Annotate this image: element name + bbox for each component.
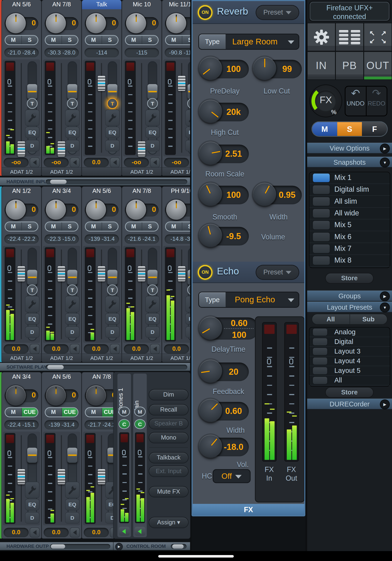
msf-m-button[interactable]: M (312, 122, 337, 136)
mute-button[interactable]: M (86, 36, 101, 44)
routing-target[interactable]: ADAT 1/2 (2, 354, 41, 362)
snapshot-row[interactable]: Digital slim (309, 184, 390, 196)
channel-name[interactable]: AN 5/6 (2, 0, 41, 9)
eq-button[interactable]: EQ (186, 313, 190, 324)
fader-handle[interactable] (107, 448, 113, 463)
dynamics-button[interactable]: D (65, 512, 79, 523)
snapshot-select-button[interactable] (313, 256, 330, 265)
pan-knob[interactable] (166, 200, 186, 220)
snapshot-row[interactable]: Mix 5 (309, 219, 390, 231)
layout-select-button[interactable] (313, 338, 327, 345)
channel-name[interactable]: Talk (82, 0, 121, 9)
channel-collapse-button[interactable] (150, 158, 160, 167)
section-scrollbar[interactable] (50, 544, 110, 549)
hc-select[interactable]: Off (213, 470, 250, 482)
section-scrollbar[interactable] (46, 179, 187, 184)
layout-preset-name[interactable]: All (334, 377, 342, 385)
channel-layout-button[interactable] (335, 23, 364, 51)
solo-button[interactable]: S (101, 222, 118, 231)
fader-handle[interactable] (187, 84, 190, 99)
layout-preset-name[interactable]: Layout 3 (334, 347, 360, 356)
collapse-down-icon[interactable]: ▼ (381, 158, 389, 167)
routing-target[interactable]: ADAT 1/2 (82, 354, 121, 362)
msf-s-button[interactable]: S (337, 122, 362, 136)
fader-handle[interactable] (67, 270, 77, 285)
strip-collapse-button[interactable] (119, 527, 130, 536)
expand-right-icon[interactable]: ▶ (381, 292, 389, 301)
channel-settings-button[interactable] (146, 296, 159, 312)
reverb-room-scale-knob[interactable] (199, 142, 222, 164)
channel-settings-button[interactable] (146, 110, 159, 126)
fx-percent-knob[interactable]: FX % (310, 85, 341, 117)
reverb-volume-knob[interactable] (199, 224, 222, 247)
eq-button[interactable]: EQ (65, 127, 79, 138)
eq-button[interactable]: EQ (25, 127, 39, 138)
scrollbar-handle[interactable] (47, 365, 64, 369)
mute-button[interactable]: M (134, 406, 146, 417)
channel-name[interactable]: Mic 11/12 (162, 0, 190, 9)
snapshot-select-button[interactable] (313, 185, 330, 194)
io-tab-in[interactable]: IN (307, 52, 335, 80)
mute-button[interactable]: M (86, 408, 101, 417)
echo-type-row[interactable]: Type Pong Echo (199, 292, 298, 307)
channel-settings-button[interactable] (106, 482, 113, 498)
io-tab-pb[interactable]: PB (335, 52, 364, 80)
channel-collapse-button[interactable] (150, 344, 160, 354)
echo-feedback-knob[interactable] (199, 360, 222, 382)
reverb-width-knob[interactable] (253, 183, 276, 205)
view-options-bar[interactable]: View Options ▶ (307, 143, 392, 154)
solo-button[interactable]: S (61, 36, 77, 44)
channel-collapse-button[interactable] (110, 158, 120, 167)
snapshot-store-button[interactable]: Store (326, 273, 373, 283)
routing-target[interactable]: ADAT 1/2 (162, 354, 190, 362)
layout-preset-row[interactable]: Layout 5 (309, 366, 390, 376)
mute-button[interactable]: M (5, 36, 22, 44)
channel-name[interactable]: AN 1/2 (2, 186, 41, 196)
reverb-type-row[interactable]: Type Large Room (199, 34, 298, 49)
talkback-route-button[interactable]: T (27, 98, 38, 109)
layout-preset-row[interactable]: All (309, 376, 390, 385)
io-tab-out[interactable]: OUT (364, 52, 392, 80)
pan-knob[interactable] (46, 13, 66, 33)
recall-button[interactable]: Recall (149, 405, 188, 415)
snapshot-select-button[interactable] (313, 197, 330, 206)
mute-button[interactable]: M (86, 222, 101, 231)
undo-button[interactable]: ↶ UNDO (346, 87, 366, 116)
dynamics-button[interactable]: D (106, 512, 113, 523)
eq-button[interactable]: EQ (25, 313, 39, 324)
channel-collapse-button[interactable] (110, 528, 113, 537)
mute-button[interactable]: M (119, 406, 130, 417)
talkback-route-button[interactable]: T (107, 284, 118, 295)
fader-handle[interactable] (27, 270, 37, 285)
snapshot-row[interactable]: All slim (309, 196, 390, 207)
solo-button[interactable]: S (61, 222, 77, 231)
eq-button[interactable]: EQ (25, 499, 39, 510)
fader-handle[interactable] (67, 84, 77, 99)
talkback-route-button[interactable]: T (67, 98, 78, 109)
solo-button[interactable]: S (182, 36, 190, 44)
pan-knob[interactable] (46, 386, 66, 406)
pan-slider[interactable] (98, 266, 105, 281)
channel-collapse-button[interactable] (70, 158, 80, 167)
talkback-route-button[interactable]: T (147, 98, 158, 109)
channel-name[interactable]: AN 3/4 (42, 186, 81, 196)
snapshot-select-button[interactable] (313, 233, 330, 241)
cue-active-button[interactable]: C (134, 419, 146, 429)
layout-select-button[interactable] (313, 328, 327, 335)
eq-button[interactable]: EQ (106, 127, 119, 138)
fader-handle[interactable] (148, 84, 158, 99)
pan-knob[interactable] (126, 13, 146, 33)
pan-knob[interactable] (46, 200, 66, 220)
channel-name[interactable]: PH 9/10 (162, 186, 190, 196)
layout-tab-sub[interactable]: Sub (349, 314, 387, 324)
msf-f-button[interactable]: F (362, 122, 387, 136)
dynamics-button[interactable]: D (146, 140, 159, 151)
pan-slider[interactable] (178, 76, 185, 91)
snapshot-name[interactable]: Mix 5 (334, 221, 352, 229)
channel-name[interactable]: AN 7/8 (82, 372, 113, 381)
mute-fx-button[interactable]: Mute FX (149, 487, 188, 497)
layout-preset-row[interactable]: Layout 3 (309, 347, 390, 356)
layout-preset-name[interactable]: Layout 4 (334, 357, 360, 365)
pan-slider[interactable] (98, 76, 105, 91)
toggle-handle[interactable] (172, 544, 184, 549)
